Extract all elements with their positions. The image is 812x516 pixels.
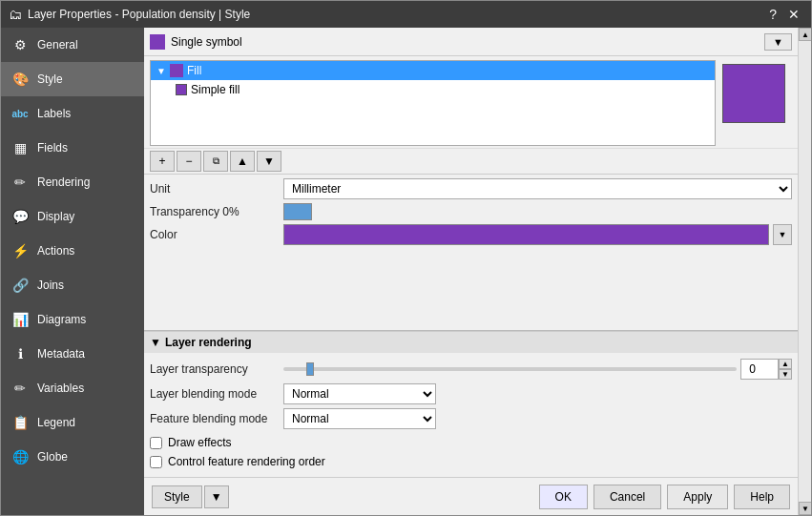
sidebar-item-labels[interactable]: abc Labels — [1, 96, 144, 131]
layer-rendering-section: ▼ Layer rendering Layer transparency — [144, 330, 798, 477]
globe-icon: 🌐 — [10, 447, 30, 466]
layer-transparency-input[interactable] — [740, 359, 779, 380]
window-icon: 🗂 — [9, 7, 22, 22]
transparency-row: Transparency 0% — [150, 203, 792, 220]
simple-fill-tree-item[interactable]: Simple fill — [151, 80, 715, 99]
joins-icon: 🔗 — [10, 276, 30, 295]
sidebar-label-rendering: Rendering — [37, 175, 90, 189]
main-window: 🗂 Layer Properties - Population density … — [0, 0, 812, 516]
sidebar-item-style[interactable]: 🎨 Style — [1, 62, 144, 96]
add-symbol-button[interactable]: + — [150, 151, 175, 172]
title-bar-controls: ? ✕ — [765, 7, 803, 22]
layer-blending-control: Normal Multiply Screen — [283, 383, 792, 404]
metadata-icon: ℹ — [10, 344, 30, 363]
sidebar-label-actions: Actions — [37, 244, 74, 258]
sidebar-item-actions[interactable]: ⚡ Actions — [1, 234, 144, 268]
color-row: Color ▼ — [150, 224, 792, 245]
bottom-left: Style ▼ — [152, 485, 229, 508]
simple-fill-label: Simple fill — [191, 83, 239, 96]
fill-swatch — [170, 64, 183, 77]
symbol-preview — [722, 64, 785, 123]
sidebar-label-globe: Globe — [37, 450, 68, 464]
sidebar-item-diagrams[interactable]: 📊 Diagrams — [1, 302, 144, 337]
transparency-label: Transparency 0% — [150, 205, 283, 218]
style-button[interactable]: Style — [152, 485, 202, 508]
feature-blending-select[interactable]: Normal Multiply Screen — [283, 408, 436, 429]
sidebar-label-fields: Fields — [37, 141, 68, 155]
layer-transparency-slider[interactable] — [283, 367, 737, 371]
draw-effects-checkbox[interactable] — [150, 437, 162, 449]
slider-thumb[interactable] — [306, 362, 314, 376]
right-scrollbar: ▲ ▼ — [798, 28, 811, 515]
bottom-bar: Style ▼ OK Cancel Apply Help — [144, 477, 798, 515]
title-bar-left: 🗂 Layer Properties - Population density … — [9, 7, 250, 22]
symbol-type-row: Single symbol ▼ — [144, 28, 798, 56]
close-window-button[interactable]: ✕ — [784, 7, 803, 22]
spinner-down-btn[interactable]: ▼ — [779, 369, 792, 380]
help-button[interactable]: Help — [734, 485, 790, 509]
duplicate-symbol-button[interactable]: ⧉ — [203, 151, 228, 172]
layer-blending-select[interactable]: Normal Multiply Screen — [283, 383, 436, 404]
sidebar-label-style: Style — [37, 72, 63, 86]
draw-effects-label: Draw effects — [168, 436, 231, 449]
control-rendering-checkbox[interactable] — [150, 456, 162, 468]
style-dropdown-button[interactable]: ▼ — [204, 485, 229, 508]
layer-rendering-header[interactable]: ▼ Layer rendering — [144, 331, 798, 353]
bottom-right: OK Cancel Apply Help — [539, 485, 790, 509]
color-dropdown-btn[interactable]: ▼ — [773, 224, 792, 245]
labels-icon: abc — [10, 104, 30, 123]
apply-button[interactable]: Apply — [667, 485, 728, 509]
transparency-control — [283, 203, 792, 220]
main-area: ⚙ General 🎨 Style abc Labels ▦ Fields ✏ … — [1, 28, 811, 515]
color-picker-bar[interactable] — [283, 224, 769, 245]
control-rendering-label: Control feature rendering order — [168, 455, 325, 468]
layer-transparency-slider-area: ▲ ▼ — [283, 359, 792, 380]
color-label: Color — [150, 228, 283, 241]
sidebar-item-variables[interactable]: ✏ Variables — [1, 371, 144, 405]
unit-select[interactable]: Millimeter — [283, 178, 792, 199]
ok-button[interactable]: OK — [539, 485, 588, 509]
scroll-down-btn[interactable]: ▼ — [799, 502, 811, 515]
spinner-buttons: ▲ ▼ — [779, 359, 792, 380]
symbol-content-area: ▼ Fill Simple fill — [150, 60, 792, 146]
sidebar-label-labels: Labels — [37, 107, 71, 120]
section-header-label: Layer rendering — [165, 336, 252, 349]
cancel-button[interactable]: Cancel — [593, 485, 661, 509]
spacer — [144, 253, 798, 330]
unit-label: Unit — [150, 182, 283, 196]
general-icon: ⚙ — [10, 35, 30, 54]
actions-icon: ⚡ — [10, 241, 30, 260]
feature-blending-row: Feature blending mode Normal Multiply Sc… — [150, 408, 792, 429]
symbol-type-icon — [150, 34, 165, 50]
sidebar-item-fields[interactable]: ▦ Fields — [1, 131, 144, 165]
sidebar-label-variables: Variables — [37, 382, 84, 395]
sidebar-item-general[interactable]: ⚙ General — [1, 28, 144, 62]
symbol-tree: ▼ Fill Simple fill — [150, 60, 716, 146]
spinner-up-btn[interactable]: ▲ — [779, 359, 792, 369]
layer-blending-row: Layer blending mode Normal Multiply Scre… — [150, 383, 792, 404]
move-up-symbol-button[interactable]: ▲ — [230, 151, 255, 172]
sidebar-item-metadata[interactable]: ℹ Metadata — [1, 337, 144, 371]
window-title: Layer Properties - Population density | … — [28, 8, 250, 21]
rendering-icon: ✏ — [10, 173, 30, 192]
preview-area — [716, 60, 792, 146]
symbol-type-label: Single symbol — [171, 35, 764, 49]
symbol-type-dropdown[interactable]: ▼ — [764, 33, 792, 51]
style-icon: 🎨 — [10, 70, 30, 89]
scroll-track — [799, 41, 811, 502]
display-icon: 💬 — [10, 207, 30, 226]
sidebar-item-rendering[interactable]: ✏ Rendering — [1, 165, 144, 199]
sidebar-item-globe[interactable]: 🌐 Globe — [1, 440, 144, 474]
fill-tree-item[interactable]: ▼ Fill — [151, 61, 715, 80]
sidebar-label-metadata: Metadata — [37, 347, 85, 361]
sidebar-item-legend[interactable]: 📋 Legend — [1, 405, 144, 440]
help-window-button[interactable]: ? — [765, 7, 781, 22]
layer-transparency-label: Layer transparency — [150, 362, 283, 376]
scroll-up-btn[interactable]: ▲ — [799, 28, 811, 41]
sidebar-item-joins[interactable]: 🔗 Joins — [1, 268, 144, 302]
move-down-symbol-button[interactable]: ▼ — [257, 151, 281, 172]
sidebar-label-legend: Legend — [37, 416, 75, 429]
remove-symbol-button[interactable]: − — [177, 151, 201, 172]
right-panel: Single symbol ▼ ▼ Fill Simple fill — [144, 28, 798, 515]
sidebar-item-display[interactable]: 💬 Display — [1, 199, 144, 234]
